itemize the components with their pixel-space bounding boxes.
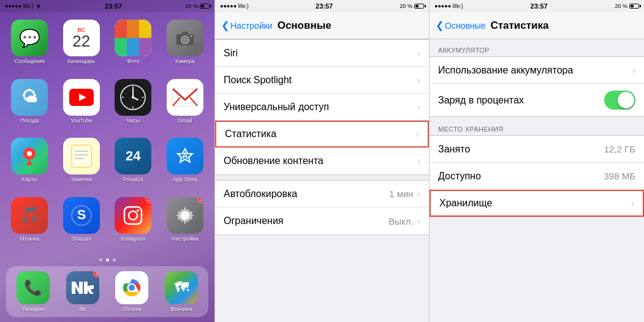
dock-vk-label: ВК [79,306,86,312]
app-label-calendar: Календарь [67,58,95,64]
status-left-1: ●●●●● life:) ▼ [5,3,42,10]
svg-text:S: S [77,207,86,222]
row-label-siri: Siri [224,48,238,59]
app-appstore[interactable]: A App Store [162,138,209,192]
app-privat24[interactable]: 24 Privat24 [110,138,157,192]
time-1: 23:57 [105,2,122,10]
battery-icon-1 [200,4,210,9]
settings-row-autolock[interactable]: Автоблокировка 1 мин › [215,181,429,208]
app-icon-photos [115,20,151,56]
photos-grid [115,20,151,56]
dock-phone[interactable]: 📞 Телефон [11,271,56,312]
page-dots [0,256,214,264]
app-label-clock: Часы [126,118,140,124]
stats-row-battery-pct[interactable]: Заряд в процентах [430,84,644,116]
chevron-storage: › [631,198,634,209]
free-label: Доступно [438,171,481,182]
settings-badge: 1 [197,197,203,203]
app-icon-clock [115,79,151,116]
status-left-2: ●●●●● life:) [220,3,249,9]
battery-pct-1: 20 % [185,3,198,9]
app-shazam[interactable]: S Shazam [58,197,105,252]
row-label-update: Обновление контента [224,155,324,167]
battery-icon-2 [414,4,424,9]
vk-badge: 1 [93,271,99,277]
photo-6 [139,38,151,56]
used-value: 12,2 ГБ [604,144,635,154]
app-icon-messages: 💬 [11,20,48,56]
battery-pct-toggle[interactable] [604,91,635,110]
stats-row-storage[interactable]: Хранилище › [430,190,644,217]
carrier-label-1: ●●●●● life:) [5,3,34,9]
app-messages[interactable]: 💬 Сообщения [6,20,53,74]
app-settings-home[interactable]: 1 Настройки [162,197,209,252]
nav-title-2: Основные [278,20,331,32]
page-dot-3 [113,258,116,261]
svg-rect-3 [182,32,188,35]
app-calendar[interactable]: Вс 22 Календарь [58,20,105,74]
photo-1 [115,20,127,38]
app-icon-music: 🎵 [11,197,48,234]
used-right: 12,2 ГБ [604,144,635,154]
app-camera[interactable]: Камера [162,20,209,74]
dock-vk[interactable]: 1 ВК [61,271,105,312]
app-youtube[interactable]: YouTube [58,79,105,133]
svg-marker-20 [26,160,32,165]
settings-section-2: Автоблокировка 1 мин › Ограничения Выкл.… [215,180,429,235]
page-dot-1 [99,258,102,261]
app-label-notes: Заметки [71,176,92,182]
settings-nav-bar: ❮ Настройки Основные [215,12,429,39]
row-label-universal: Универсальный доступ [224,102,329,113]
svg-point-4 [190,36,192,37]
settings-row-universal[interactable]: Универсальный доступ › [215,94,429,121]
status-bar-1: ●●●●● life:) ▼ 23:57 20 % [0,0,214,12]
settings-row-statistics[interactable]: Статистика › [215,121,429,148]
app-weather[interactable]: 🌤 Погода [6,79,53,133]
chevron-siri: › [417,48,420,59]
svg-point-34 [129,285,135,291]
dock-chrome-icon [115,271,148,304]
app-gmail[interactable]: Gmail [162,79,209,133]
row-right-spotlight: › [417,75,420,86]
battery-pct-right [604,91,635,110]
app-notes[interactable]: Заметки [58,138,105,192]
settings-back-button[interactable]: ❮ Настройки [221,20,273,31]
dock-vsyachina-icon: 🗺 [165,271,198,304]
statistics-back-button[interactable]: ❮ Основные [436,20,485,31]
settings-row-spotlight[interactable]: Поиск Spotlight › [215,67,429,94]
app-maps[interactable]: Карты [6,138,53,192]
dock-phone-label: Телефон [22,306,45,312]
shazam-svg: S [70,204,93,227]
dock-vsyachina-label: Всячина [170,306,192,312]
statistics-list: АККУМУЛЯТОР Использование аккумулятора ›… [430,39,644,322]
dock-chrome[interactable]: Chrome [110,271,154,312]
instagram-svg [122,204,144,227]
battery-icon-3 [629,4,639,9]
statistics-panel: ●●●●● life:) 23:57 20 % ❮ Основные Стати… [429,0,644,322]
chevron-battery-usage: › [632,65,635,76]
chevron-update: › [417,155,420,167]
app-clock[interactable]: Часы [110,79,157,133]
chevron-autolock: › [417,189,420,200]
app-icon-privat24: 24 [115,138,151,174]
settings-row-restrictions[interactable]: Ограничения Выкл. › [215,208,429,234]
status-bar-2: ●●●●● life:) 23:57 20 % [215,0,429,12]
app-music[interactable]: 🎵 Музыка [6,197,53,252]
app-label-maps: Карты [21,176,37,182]
nav-title-3: Статистика [490,20,548,32]
dock-vsyachina[interactable]: 🗺 Всячина [159,271,204,312]
free-value: 398 МБ [604,171,635,181]
time-2: 23:57 [316,2,333,10]
app-grid: 💬 Сообщения Вс 22 Календарь Фото [0,12,214,256]
status-bar-3: ●●●●● life:) 23:57 20 % [430,0,644,12]
settings-list-2: Siri › Поиск Spotlight › Универсальный д… [215,39,429,322]
app-photos[interactable]: Фото [110,20,157,74]
app-label-instagram: Instagram [121,236,145,242]
settings-row-siri[interactable]: Siri › [215,40,429,67]
app-label-photos: Фото [127,58,140,64]
status-right-1: 20 % [185,3,210,9]
settings-row-update[interactable]: Обновление контента › [215,148,429,174]
app-label-youtube: YouTube [70,118,92,124]
app-instagram[interactable]: 1 Instagram [110,197,157,252]
stats-row-battery-usage[interactable]: Использование аккумулятора › [430,57,644,84]
